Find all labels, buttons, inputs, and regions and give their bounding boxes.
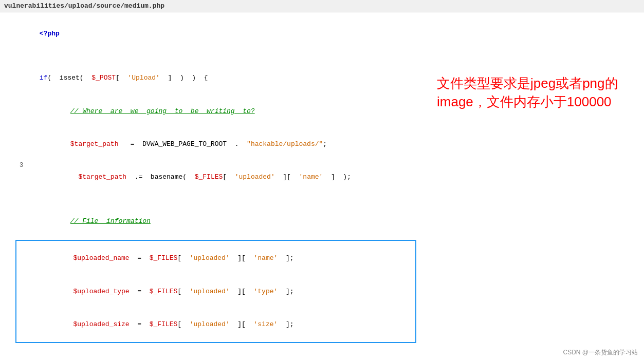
blue-highlight-box: $uploaded_name = $_FILES[ 'uploaded' ][ … xyxy=(15,240,416,343)
code-line-blank1 xyxy=(15,50,416,61)
code-line-blank2 xyxy=(15,194,416,204)
code-line-comment-where: // Where are we going to be writing to? xyxy=(15,94,416,127)
code-line-uploaded-name: $uploaded_name = $_FILES[ 'uploaded' ][ … xyxy=(20,242,412,275)
annotation-area: 文件类型要求是jpeg或者png的image，文件内存小于100000 xyxy=(421,12,644,358)
code-line-comment-file: // File information xyxy=(15,204,416,237)
code-line-blank3 xyxy=(15,345,416,356)
code-line-target2: $target_path .= basename( $_FILES[ 'uplo… xyxy=(15,161,351,194)
code-line-uploaded-type: $uploaded_type = $_FILES[ 'uploaded' ][ … xyxy=(20,275,412,308)
title-bar: vulnerabilities/upload/source/medium.php xyxy=(0,0,644,12)
code-area: <?php if( isset( $_POST[ 'Upload' ] ) ) … xyxy=(0,12,421,358)
code-line-uploaded-size: $uploaded_size = $_FILES[ 'uploaded' ][ … xyxy=(20,308,412,340)
code-line-if-isset: if( isset( $_POST[ 'Upload' ] ) ) { xyxy=(15,62,416,94)
csdn-watermark: CSDN @一条货鱼的学习站 xyxy=(563,348,638,357)
code-line-php-open: <?php xyxy=(15,17,416,50)
code-line-comment-image: // Is it an image? xyxy=(15,356,416,358)
code-line-target1: $target_path = DVWA_WEB_PAGE_TO_ROOT . "… xyxy=(15,127,416,160)
annotation-text: 文件类型要求是jpeg或者png的image，文件内存小于100000 xyxy=(437,74,634,111)
page-title: vulnerabilities/upload/source/medium.php xyxy=(4,2,164,10)
